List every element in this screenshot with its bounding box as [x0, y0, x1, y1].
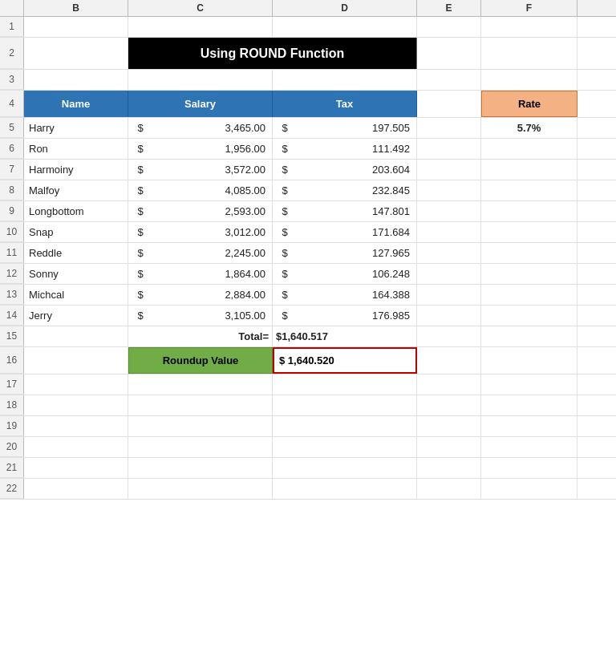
cell-e3[interactable] — [417, 70, 481, 90]
cell-b2[interactable] — [24, 38, 128, 69]
cell-f15[interactable] — [481, 326, 578, 346]
cell-f17[interactable] — [481, 374, 578, 395]
cell-f20[interactable] — [481, 437, 578, 457]
cell-e11[interactable] — [417, 243, 481, 263]
cell-d20[interactable] — [273, 437, 417, 457]
cell-b17[interactable] — [24, 374, 128, 395]
cell-f12[interactable] — [481, 264, 578, 284]
table-row-name[interactable]: Snap — [24, 222, 128, 242]
table-row-salary[interactable]: $ 2,245.00 — [128, 243, 273, 263]
cell-b15[interactable] — [24, 326, 128, 346]
table-row-name[interactable]: Sonny — [24, 264, 128, 284]
cell-e9[interactable] — [417, 201, 481, 221]
table-row-salary[interactable]: $ 3,465.00 — [128, 118, 273, 138]
cell-c19[interactable] — [128, 416, 273, 436]
cell-d18[interactable] — [273, 395, 417, 415]
cell-e2[interactable] — [417, 38, 481, 69]
cell-e22[interactable] — [417, 479, 481, 499]
cell-f16[interactable] — [481, 347, 578, 374]
cell-e12[interactable] — [417, 264, 481, 284]
table-row-tax[interactable]: $ 197.505 — [273, 118, 417, 138]
cell-b22[interactable] — [24, 479, 128, 499]
cell-f10[interactable] — [481, 222, 578, 242]
cell-e5[interactable] — [417, 118, 481, 138]
cell-d19[interactable] — [273, 416, 417, 436]
cell-f8[interactable] — [481, 180, 578, 200]
cell-e13[interactable] — [417, 285, 481, 305]
cell-b20[interactable] — [24, 437, 128, 457]
cell-d3[interactable] — [273, 70, 417, 90]
cell-f7[interactable] — [481, 160, 578, 180]
table-row-tax[interactable]: $ 147.801 — [273, 201, 417, 221]
table-row-tax[interactable]: $ 232.845 — [273, 180, 417, 200]
table-row-name[interactable]: Harmoiny — [24, 160, 128, 180]
cell-e16[interactable] — [417, 347, 481, 374]
cell-e15[interactable] — [417, 326, 481, 346]
table-row-tax[interactable]: $ 176.985 — [273, 306, 417, 326]
cell-f21[interactable] — [481, 458, 578, 478]
cell-e10[interactable] — [417, 222, 481, 242]
cell-b1[interactable] — [24, 17, 128, 37]
cell-b19[interactable] — [24, 416, 128, 436]
table-row-tax[interactable]: $ 203.604 — [273, 160, 417, 180]
cell-e18[interactable] — [417, 395, 481, 415]
table-row-name[interactable]: Reddle — [24, 243, 128, 263]
cell-c20[interactable] — [128, 437, 273, 457]
cell-d17[interactable] — [273, 374, 417, 395]
table-row-name[interactable]: Michcal — [24, 285, 128, 305]
cell-e7[interactable] — [417, 160, 481, 180]
cell-b3[interactable] — [24, 70, 128, 90]
table-row-tax[interactable]: $ 171.684 — [273, 222, 417, 242]
cell-f3[interactable] — [481, 70, 578, 90]
table-row-name[interactable]: Jerry — [24, 306, 128, 326]
cell-e4[interactable] — [417, 91, 481, 117]
cell-f19[interactable] — [481, 416, 578, 436]
table-row-tax[interactable]: $ 106.248 — [273, 264, 417, 284]
table-row-tax[interactable]: $ 111.492 — [273, 139, 417, 159]
table-row-salary[interactable]: $ 4,085.00 — [128, 180, 273, 200]
cell-c3[interactable] — [128, 70, 273, 90]
cell-f18[interactable] — [481, 395, 578, 415]
table-row-salary[interactable]: $ 2,593.00 — [128, 201, 273, 221]
cell-b21[interactable] — [24, 458, 128, 478]
table-row-salary[interactable]: $ 3,572.00 — [128, 160, 273, 180]
cell-d1[interactable] — [273, 17, 417, 37]
cell-e6[interactable] — [417, 139, 481, 159]
table-row-salary[interactable]: $ 1,864.00 — [128, 264, 273, 284]
cell-c17[interactable] — [128, 374, 273, 395]
table-row-salary[interactable]: $ 2,884.00 — [128, 285, 273, 305]
cell-f1[interactable] — [481, 17, 578, 37]
cell-e17[interactable] — [417, 374, 481, 395]
cell-c21[interactable] — [128, 458, 273, 478]
table-row-tax[interactable]: $ 127.965 — [273, 243, 417, 263]
cell-f2[interactable] — [481, 38, 578, 69]
cell-e19[interactable] — [417, 416, 481, 436]
cell-e1[interactable] — [417, 17, 481, 37]
table-row-name[interactable]: Ron — [24, 139, 128, 159]
table-row-tax[interactable]: $ 164.388 — [273, 285, 417, 305]
cell-c1[interactable] — [128, 17, 273, 37]
cell-b16[interactable] — [24, 347, 128, 374]
cell-f22[interactable] — [481, 479, 578, 499]
table-row-salary[interactable]: $ 3,105.00 — [128, 306, 273, 326]
cell-c22[interactable] — [128, 479, 273, 499]
table-row-salary[interactable]: $ 3,012.00 — [128, 222, 273, 242]
table-row-name[interactable]: Longbottom — [24, 201, 128, 221]
table-row-name[interactable]: Harry — [24, 118, 128, 138]
cell-e8[interactable] — [417, 180, 481, 200]
table-row-salary[interactable]: $ 1,956.00 — [128, 139, 273, 159]
rownum-20: 20 — [0, 437, 24, 457]
cell-f6[interactable] — [481, 139, 578, 159]
cell-f11[interactable] — [481, 243, 578, 263]
cell-d21[interactable] — [273, 458, 417, 478]
cell-f13[interactable] — [481, 285, 578, 305]
cell-e14[interactable] — [417, 306, 481, 326]
cell-d22[interactable] — [273, 479, 417, 499]
cell-f14[interactable] — [481, 306, 578, 326]
cell-f9[interactable] — [481, 201, 578, 221]
cell-c18[interactable] — [128, 395, 273, 415]
cell-e21[interactable] — [417, 458, 481, 478]
table-row-name[interactable]: Malfoy — [24, 180, 128, 200]
cell-e20[interactable] — [417, 437, 481, 457]
cell-b18[interactable] — [24, 395, 128, 415]
